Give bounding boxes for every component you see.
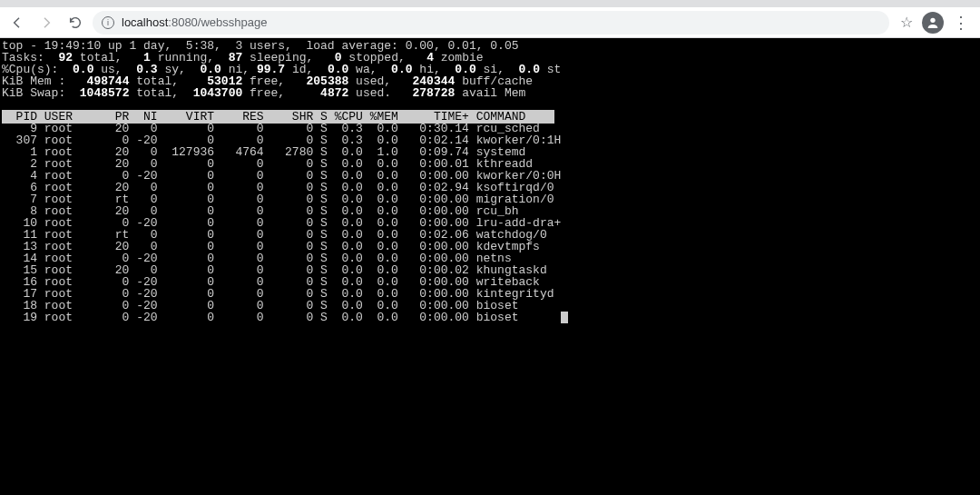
site-info-icon[interactable]: i (102, 16, 114, 29)
swap-line: KiB Swap: 1048572 total, 1043700 free, 4… (2, 86, 525, 100)
bookmark-icon[interactable]: ☆ (900, 14, 913, 31)
process-row: 19 root 0 -20 0 0 0 S 0.0 0.0 0:00.00 bi… (2, 311, 519, 324)
back-button[interactable] (5, 11, 29, 35)
menu-icon[interactable]: ⋮ (953, 15, 969, 31)
browser-toolbar: i localhost:8080/websshpage ☆ ⋮ (0, 7, 980, 38)
tab-strip (0, 0, 980, 7)
address-bar[interactable]: i localhost:8080/websshpage (93, 11, 889, 35)
reload-button[interactable] (64, 11, 87, 35)
terminal[interactable]: top - 19:49:10 up 1 day, 5:38, 3 users, … (0, 38, 980, 495)
forward-button[interactable] (34, 11, 58, 35)
url-text: localhost:8080/websshpage (122, 15, 267, 29)
profile-avatar[interactable] (922, 12, 944, 34)
terminal-cursor (561, 312, 568, 323)
svg-point-0 (930, 17, 935, 22)
